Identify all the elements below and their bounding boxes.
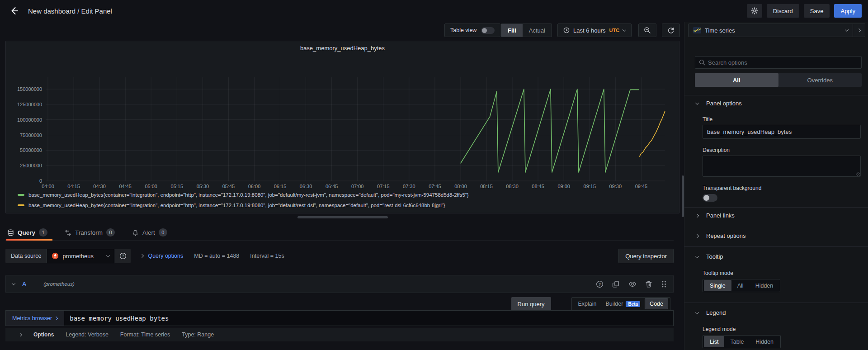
options-search (695, 56, 862, 69)
panel-description-textarea[interactable] (703, 156, 861, 177)
page-title: New dashboard / Edit Panel (28, 7, 112, 15)
apply-button[interactable]: Apply (834, 4, 862, 18)
query-options-label: Query options (148, 253, 183, 259)
query-options-summary-row: Options Legend: Verbose Format: Time ser… (5, 328, 674, 341)
svg-text:06:30: 06:30 (300, 184, 312, 189)
tab-overrides[interactable]: Overrides (778, 73, 862, 87)
svg-text:07:15: 07:15 (377, 184, 390, 189)
visualization-name: Time series (705, 27, 735, 34)
delete-query-button[interactable] (645, 280, 652, 288)
timeseries-chart[interactable]: 04:0004:1504:3004:4505:0005:1505:3005:45… (6, 41, 679, 213)
tab-transform[interactable]: Transform 0 (63, 225, 117, 240)
tooltip-header[interactable]: Tooltip (696, 253, 723, 260)
svg-text:04:15: 04:15 (67, 184, 80, 189)
svg-text:07:00: 07:00 (351, 184, 364, 189)
tooltip-mode-single[interactable]: Single (704, 280, 731, 291)
repeat-options-header[interactable]: Repeat options (696, 232, 745, 239)
tooltip-mode-hidden[interactable]: Hidden (750, 280, 779, 291)
transform-count-badge: 0 (106, 228, 115, 236)
tab-query[interactable]: Query 1 (5, 225, 49, 240)
table-view-toggle[interactable] (481, 27, 495, 34)
drag-handle-icon (661, 280, 667, 288)
legend-header[interactable]: Legend (696, 309, 726, 316)
legend-label: base_memory_usedHeap_bytes{container="in… (28, 192, 469, 198)
panel-resize-handle[interactable] (297, 216, 388, 218)
back-button[interactable] (6, 3, 22, 19)
query-count-badge: 1 (39, 228, 47, 236)
collapse-query-icon[interactable] (12, 281, 15, 285)
svg-text:?: ? (599, 282, 601, 286)
drag-query-handle[interactable] (661, 280, 667, 288)
panel-title-input[interactable] (703, 125, 861, 139)
toggle-visibility-button[interactable] (628, 280, 637, 288)
datasource-value: prometheus (62, 253, 94, 260)
save-button[interactable]: Save (804, 4, 830, 18)
panel-links-header[interactable]: Panel links (696, 212, 735, 219)
svg-text:08:00: 08:00 (454, 184, 467, 189)
options-label[interactable]: Options (33, 331, 54, 338)
fill-actual-switcher: Fill Actual (501, 24, 552, 37)
query-help-button[interactable]: ? (596, 280, 604, 288)
time-range-picker[interactable]: Last 6 hours UTC (557, 24, 632, 37)
metrics-browser-button[interactable]: Metrics browser (5, 310, 64, 326)
textarea-resize-corner[interactable] (856, 172, 860, 176)
query-options-toggle[interactable]: Query options (141, 253, 183, 259)
svg-text:05:00: 05:00 (145, 184, 157, 189)
duplicate-query-button[interactable] (612, 280, 620, 288)
run-query-button[interactable]: Run query (511, 297, 551, 311)
svg-text:09:30: 09:30 (609, 184, 622, 189)
visualization-picker[interactable]: Time series (688, 24, 865, 37)
prometheus-icon (52, 252, 59, 260)
collapse-sidebar-icon[interactable] (857, 28, 861, 32)
explain-toggle[interactable]: Explain (574, 301, 601, 307)
legend-item[interactable]: base_memory_usedHeap_bytes{container="in… (18, 200, 469, 210)
tooltip-mode-all[interactable]: All (731, 280, 750, 291)
discard-button[interactable]: Discard (767, 4, 799, 18)
refresh-button[interactable] (662, 24, 680, 37)
metrics-browser-label: Metrics browser (12, 315, 52, 322)
panel-options-sidebar: Time series All Overrides Panel options … (684, 22, 868, 350)
transparent-background-toggle[interactable] (703, 194, 717, 202)
chevron-right-icon (140, 254, 144, 258)
divider (684, 95, 868, 95)
datasource-help-button[interactable]: ? (115, 249, 131, 263)
panel-options-header[interactable]: Panel options (696, 100, 742, 107)
svg-text:05:45: 05:45 (222, 184, 235, 189)
datasource-picker[interactable]: prometheus (47, 249, 114, 263)
query-inspector-button[interactable]: Query inspector (618, 249, 674, 263)
eye-icon (628, 280, 637, 288)
table-view-label: Table view (450, 27, 476, 33)
tooltip-title: Tooltip (706, 253, 723, 260)
svg-text:08:45: 08:45 (532, 184, 544, 189)
chevron-down-icon (106, 253, 110, 257)
tab-all[interactable]: All (695, 73, 778, 87)
svg-text:07:30: 07:30 (403, 184, 415, 189)
legend-mode-list[interactable]: List (704, 336, 724, 347)
svg-text:75000000: 75000000 (20, 132, 42, 138)
panel-options-title: Panel options (706, 100, 742, 107)
tooltip-mode-switcher: Single All Hidden (703, 279, 780, 292)
fill-option[interactable]: Fill (501, 24, 523, 37)
legend-mode-hidden[interactable]: Hidden (750, 336, 779, 347)
tab-alert-label: Alert (142, 229, 155, 236)
title-field-label: Title (703, 116, 712, 123)
legend-mode-table[interactable]: Table (724, 336, 750, 347)
query-ref-id[interactable]: A (22, 280, 26, 288)
actual-option[interactable]: Actual (523, 24, 552, 37)
tab-alert[interactable]: Alert 0 (130, 225, 169, 240)
code-mode-option[interactable]: Code (645, 298, 668, 309)
legend-title: Legend (706, 309, 726, 316)
metrics-browser-row: Metrics browser (5, 310, 674, 326)
search-options-input[interactable] (708, 59, 858, 66)
panel-links-title: Panel links (706, 212, 735, 219)
legend-item[interactable]: base_memory_usedHeap_bytes{container="in… (18, 189, 469, 200)
promql-expression-input[interactable] (64, 310, 674, 326)
zoom-out-button[interactable] (638, 24, 656, 37)
panel-settings-button[interactable] (747, 4, 762, 18)
search-icon (699, 59, 705, 66)
interval-label: Interval = 15s (250, 253, 284, 259)
svg-text:09:45: 09:45 (635, 184, 648, 189)
builder-mode-option[interactable]: Builder Beta (601, 301, 645, 307)
chevron-right-icon[interactable] (19, 333, 22, 336)
description-field-label: Description (703, 147, 730, 153)
